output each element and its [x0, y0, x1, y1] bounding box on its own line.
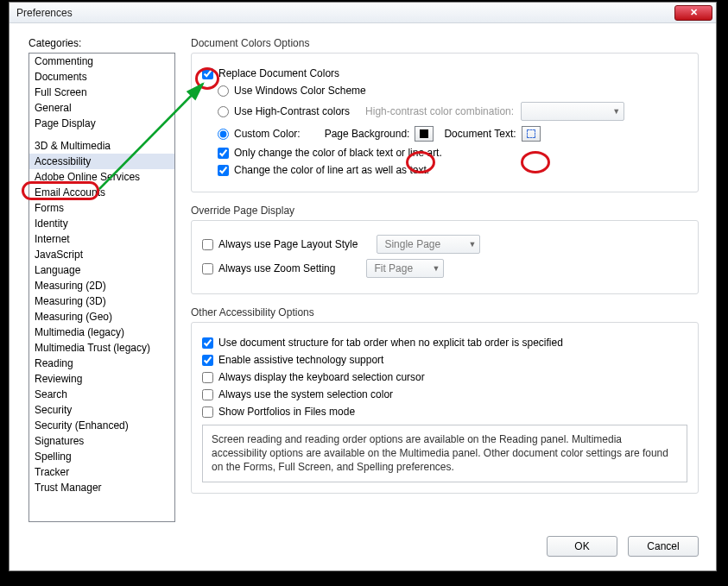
category-item[interactable]: Full Screen	[29, 85, 174, 100]
category-item[interactable]: Tracker	[29, 464, 174, 480]
hc-combo-label: High-contrast color combination:	[365, 105, 514, 117]
assistive-tech-label: Enable assistive technology support	[218, 354, 383, 366]
windows-color-scheme-radio[interactable]	[218, 85, 229, 97]
override-page-display-group: Override Page Display Always use Page La…	[191, 205, 699, 294]
layout-combo[interactable]: Single Page▼	[377, 235, 480, 254]
zoom-combo[interactable]: Fit Page▼	[366, 259, 444, 278]
group-box: Use document structure for tab order whe…	[191, 322, 699, 494]
group-title: Override Page Display	[191, 205, 699, 217]
document-text-label: Document Text:	[444, 128, 516, 140]
category-item[interactable]: Language	[29, 262, 174, 278]
category-item[interactable]: Reviewing	[29, 371, 174, 387]
category-item[interactable]: Identity	[29, 216, 174, 231]
category-item[interactable]: Signatures	[29, 433, 174, 449]
only-black-checkbox[interactable]	[218, 148, 229, 159]
always-layout-checkbox[interactable]	[202, 239, 213, 250]
system-selection-color-label: Always use the system selection color	[218, 388, 393, 400]
keyboard-cursor-label: Always display the keyboard selection cu…	[218, 371, 425, 383]
replace-doc-colors-checkbox[interactable]	[202, 68, 213, 79]
category-item[interactable]: Forms	[29, 200, 174, 216]
only-black-label: Only change the color of black text or l…	[234, 147, 442, 159]
category-item[interactable]: Security	[29, 402, 174, 418]
categories-label: Categories:	[28, 37, 81, 49]
category-item[interactable]: Measuring (3D)	[29, 293, 174, 309]
hc-combo[interactable]: ▼	[521, 102, 624, 121]
category-item[interactable]: Multimedia (legacy)	[29, 325, 174, 340]
categories-list[interactable]: CommentingDocumentsFull ScreenGeneralPag…	[28, 53, 175, 522]
category-item[interactable]: Email Accounts	[29, 185, 174, 200]
window-title: Preferences	[16, 7, 674, 19]
preferences-dialog: Preferences ✕ Categories: CommentingDocu…	[9, 2, 717, 571]
info-text: Screen reading and reading order options…	[202, 425, 687, 482]
category-item[interactable]: General	[29, 100, 174, 116]
dialog-buttons: OK Cancel	[547, 536, 699, 557]
close-button[interactable]: ✕	[674, 5, 712, 21]
category-item[interactable]: Spelling	[29, 449, 174, 464]
keyboard-cursor-checkbox[interactable]	[202, 372, 213, 383]
change-lineart-checkbox[interactable]	[218, 165, 229, 176]
custom-color-radio[interactable]	[218, 129, 229, 140]
high-contrast-radio[interactable]	[218, 106, 229, 117]
windows-color-scheme-label: Use Windows Color Scheme	[234, 85, 366, 97]
group-box: Replace Document Colors Use Windows Colo…	[191, 53, 699, 192]
page-background-label: Page Background:	[325, 128, 410, 140]
category-item[interactable]: Multimedia Trust (legacy)	[29, 340, 174, 356]
page-background-color[interactable]	[415, 126, 434, 142]
category-item[interactable]: Measuring (2D)	[29, 278, 174, 293]
category-item[interactable]: Search	[29, 387, 174, 402]
cancel-button[interactable]: Cancel	[628, 536, 699, 557]
category-item[interactable]: Reading	[29, 356, 174, 371]
group-title: Document Colors Options	[191, 37, 699, 49]
category-item[interactable]: Page Display	[29, 116, 174, 131]
other-accessibility-group: Other Accessibility Options Use document…	[191, 306, 699, 494]
assistive-tech-checkbox[interactable]	[202, 355, 213, 366]
category-item[interactable]: Security (Enhanced)	[29, 418, 174, 433]
change-lineart-label: Change the color of line art as well as …	[234, 164, 429, 176]
always-zoom-label: Always use Zoom Setting	[218, 262, 335, 274]
portfolios-files-checkbox[interactable]	[202, 406, 213, 418]
document-colors-group: Document Colors Options Replace Document…	[191, 37, 699, 192]
category-item[interactable]: Adobe Online Services	[29, 169, 174, 185]
chevron-down-icon: ▼	[432, 264, 440, 273]
category-item[interactable]: Commenting	[29, 54, 174, 69]
ok-button[interactable]: OK	[547, 536, 617, 557]
category-item[interactable]: Accessibility	[29, 154, 174, 169]
group-title: Other Accessibility Options	[191, 306, 699, 318]
high-contrast-label: Use High-Contrast colors	[234, 105, 350, 117]
chevron-down-icon: ▼	[469, 240, 477, 249]
settings-panel: Document Colors Options Replace Document…	[191, 37, 699, 522]
group-box: Always use Page Layout Style Single Page…	[191, 220, 699, 294]
tab-order-checkbox[interactable]	[202, 337, 213, 349]
category-item[interactable]: 3D & Multimedia	[29, 138, 174, 154]
custom-color-label: Custom Color:	[234, 128, 301, 140]
category-item[interactable]: Internet	[29, 231, 174, 247]
titlebar: Preferences ✕	[9, 3, 716, 23]
always-zoom-checkbox[interactable]	[202, 263, 213, 274]
chevron-down-icon: ▼	[612, 107, 620, 116]
portfolios-files-label: Show Portfolios in Files mode	[218, 406, 355, 418]
replace-doc-colors-label: Replace Document Colors	[218, 67, 339, 79]
category-item[interactable]: JavaScript	[29, 247, 174, 262]
document-text-color[interactable]	[522, 126, 541, 142]
category-item[interactable]: Measuring (Geo)	[29, 309, 174, 325]
system-selection-color-checkbox[interactable]	[202, 389, 213, 400]
category-item[interactable]: Documents	[29, 69, 174, 85]
tab-order-label: Use document structure for tab order whe…	[218, 337, 563, 349]
category-item[interactable]: Trust Manager	[29, 480, 174, 495]
always-layout-label: Always use Page Layout Style	[218, 238, 358, 250]
